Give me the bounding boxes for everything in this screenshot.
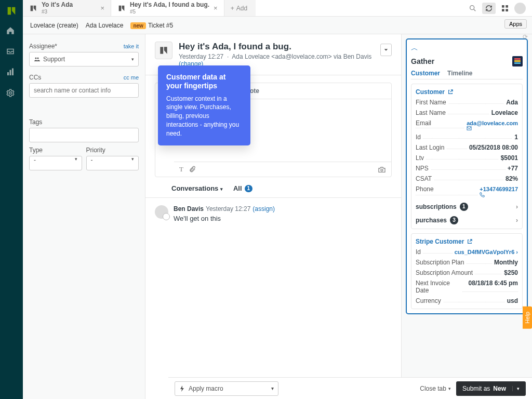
chevron-down-icon: ▾ [271,385,274,391]
inbox-icon[interactable] [6,47,17,58]
svg-rect-14 [514,60,521,62]
text-format-icon[interactable]: T [179,165,183,174]
phone-icon [480,192,485,197]
close-tab-icon[interactable]: × [100,4,104,12]
attach-icon[interactable] [189,166,196,173]
footer-bar: Apply macro▾ Close tab▾ Submit as New▾ [168,377,532,399]
apply-macro-button[interactable]: Apply macro▾ [175,381,278,396]
svg-rect-9 [506,9,508,11]
ticket-icon [29,4,37,12]
svg-rect-1 [7,72,9,75]
svg-rect-16 [467,127,471,130]
help-tab[interactable]: Help [523,307,532,329]
ticket-crumb: newTicket #5 [130,22,173,29]
chevron-down-icon: ▾ [220,187,223,192]
svg-point-4 [9,92,12,95]
chevron-down-icon: ▾ [448,386,451,391]
msg-avatar [155,205,168,219]
subtab-timeline[interactable]: Timeline [447,70,472,77]
collapse-panel-icon[interactable]: ︿ [411,44,418,53]
insert-icon[interactable] [378,165,386,174]
filter-all-tab[interactable]: All1 [233,184,252,192]
svg-rect-3 [12,69,14,76]
requester-avatar [155,42,172,59]
purchases-expand[interactable]: purchases3› [416,216,518,224]
conversations-dropdown[interactable]: Conversations ▾ [171,184,223,192]
gather-logo [512,56,523,66]
reports-icon[interactable] [6,68,17,79]
tab-1[interactable]: Yo it's Ada#3 × [23,0,111,16]
ticket-icon [117,4,126,12]
email-link[interactable]: ada@lovelace.com [464,120,518,130]
svg-point-11 [37,58,39,59]
collapse-header-button[interactable] [380,44,392,56]
refresh-icon[interactable]: ⟳ [523,34,528,41]
customer-section-title[interactable]: Customer [416,88,518,96]
chevron-right-icon: › [516,217,518,224]
external-link-icon [467,239,472,244]
stripe-id-link[interactable]: cus_D4fMVGaVpolYr6 › [453,249,518,255]
lightning-icon [179,385,185,392]
type-select[interactable]: -▾ [29,156,82,170]
cc-me-link[interactable]: cc me [124,74,139,81]
search-icon[interactable] [469,4,477,12]
msg-body: We'll get on this [174,215,275,222]
svg-point-5 [470,5,474,9]
submit-button[interactable]: Submit as New▾ [456,381,526,396]
apps-grid-icon[interactable] [501,4,509,12]
svg-rect-15 [514,62,521,64]
refresh-icon[interactable] [482,3,496,14]
tab-2[interactable]: Hey it's Ada, I found a bug.#5 × [111,0,224,16]
org-crumb[interactable]: Lovelace (create) [30,22,78,29]
home-icon[interactable] [6,26,17,37]
ticket-title: Hey it's Ada, I found a bug. [179,42,374,52]
svg-rect-2 [10,70,11,76]
center-column: Hey it's Ada, I found a bug. Yesterday 1… [145,34,401,399]
svg-rect-13 [514,58,521,60]
svg-point-12 [381,169,383,171]
svg-rect-7 [506,5,508,8]
svg-rect-8 [502,9,504,11]
sidebar-right: ⟳ ︿ Gather Customer Timeline Customer Fi… [401,34,532,399]
group-icon [34,56,40,62]
add-tab-button[interactable]: + Add [224,0,256,16]
sidebar-left: Assignee*take it Support ▾ CCscc me Tags… [23,34,145,399]
mail-icon [467,126,472,130]
nav-rail [0,0,23,399]
svg-rect-6 [502,5,504,8]
chevron-down-icon: ▾ [131,57,134,62]
user-crumb[interactable]: Ada Lovelace [86,22,124,29]
tags-input[interactable] [29,128,139,142]
subtab-customer[interactable]: Customer [411,70,440,77]
close-tab-icon[interactable]: × [214,4,218,12]
plus-icon: + [231,5,234,12]
app-logo [6,5,17,17]
user-avatar[interactable] [514,3,526,14]
tab-bar: Yo it's Ada#3 × Hey it's Ada, I found a … [23,0,532,17]
assign-link[interactable]: (assign) [252,205,275,212]
cc-input[interactable] [29,83,139,98]
priority-select[interactable]: -▾ [86,156,139,170]
chevron-right-icon: › [516,203,518,210]
chevron-down-icon: ▾ [512,386,520,391]
stripe-section-title[interactable]: Stripe Customer [416,238,518,245]
breadcrumb: Lovelace (create) Ada Lovelace newTicket… [23,17,532,34]
external-link-icon [448,89,453,95]
assignee-select[interactable]: Support ▾ [29,52,139,66]
chevron-right-icon: › [516,249,518,255]
svg-point-10 [35,58,37,59]
subscriptions-expand[interactable]: subscriptions1› [416,203,518,211]
onboarding-tooltip: Customer data at your fingertips Custome… [158,65,250,145]
apps-button[interactable]: Apps [504,19,527,29]
take-it-link[interactable]: take it [124,43,139,49]
close-tab-button[interactable]: Close tab▾ [420,385,451,392]
settings-icon[interactable] [6,88,17,100]
phone-link[interactable]: +13474699217 [477,186,518,197]
